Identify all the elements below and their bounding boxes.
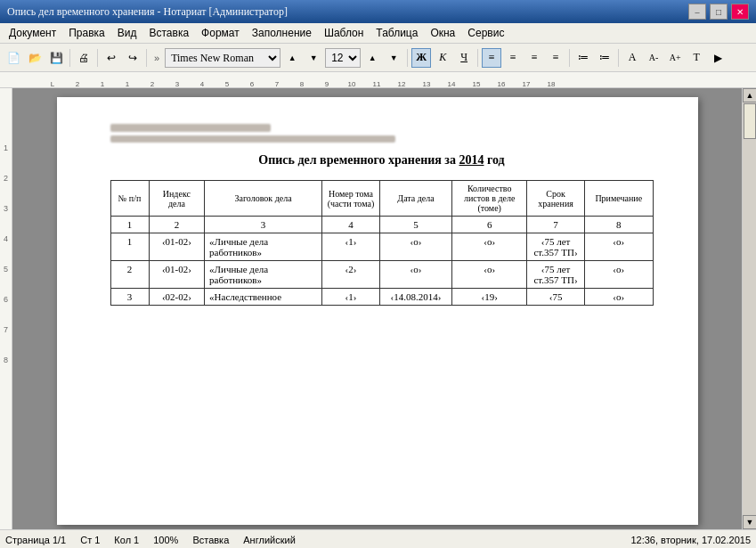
col-vol: Номер тома (части тома) [322, 181, 380, 217]
row2-date: ‹о› [379, 261, 451, 289]
sep2 [97, 49, 98, 67]
align-left-button[interactable]: ≡ [482, 48, 501, 68]
extra-button[interactable]: T [687, 48, 706, 68]
font-size-dec-button[interactable]: A- [644, 48, 663, 68]
font-size-down[interactable]: ▼ [384, 48, 403, 68]
col-title: Заголовок дела [205, 181, 322, 217]
list-button[interactable]: ≔ [573, 48, 593, 68]
title-bar: Опись дел временного хранения - Нотариат… [0, 0, 756, 23]
align-justify-button[interactable]: ≡ [546, 48, 565, 68]
row3-num: 3 [110, 289, 149, 306]
menu-table[interactable]: Таблица [370, 25, 423, 41]
font-color-button[interactable]: A [622, 48, 642, 68]
num-2: 2 [149, 217, 204, 233]
row1-sheets: ‹о› [452, 233, 527, 261]
row1-vol: ‹1› [322, 233, 380, 261]
num-6: 6 [452, 217, 527, 233]
sep3 [146, 49, 147, 67]
num-3: 3 [205, 217, 322, 233]
document-page: Опись дел временного хранения за 2014 го… [57, 97, 698, 525]
open-button[interactable]: 📂 [25, 48, 45, 68]
menu-fill[interactable]: Заполнение [247, 25, 317, 41]
scroll-up-button[interactable]: ▲ [743, 88, 756, 102]
col-info: Кол 1 [114, 535, 139, 545]
num-4: 4 [322, 217, 380, 233]
underline-button[interactable]: Ч [454, 48, 474, 68]
new-button[interactable]: 📄 [4, 48, 23, 68]
row1-title: «Личные дела работников» [205, 233, 322, 261]
bold-button[interactable]: Ж [411, 48, 431, 68]
maximize-button[interactable]: □ [710, 4, 728, 20]
ruler-marks: L 2 1 1 2 3 4 5 6 7 8 9 10 11 12 13 14 1… [0, 72, 564, 88]
status-right: 12:36, вторник, 17.02.2015 [630, 535, 751, 545]
menu-edit[interactable]: Правка [63, 25, 110, 41]
align-right-button[interactable]: ≡ [524, 48, 544, 68]
row3-date: ‹14.08.2014› [379, 289, 451, 306]
row-info: Ст 1 [80, 535, 100, 545]
row1-date: ‹о› [379, 233, 451, 261]
save-button[interactable]: 💾 [46, 48, 66, 68]
blurred-line-1 [110, 124, 271, 132]
datetime: 12:36, вторник, 17.02.2015 [630, 535, 751, 545]
table-row: 2 ‹01-02› «Личные дела работников» ‹2› ‹… [110, 261, 653, 289]
sep4 [407, 49, 408, 67]
year-underlined: 2014 [459, 153, 484, 167]
sep7 [618, 49, 619, 67]
font-name-select[interactable]: Times New Roman Arial [165, 48, 280, 68]
left-ruler: 1 2 3 4 5 6 7 8 [0, 88, 12, 529]
scroll-track[interactable] [743, 102, 756, 515]
menu-windows[interactable]: Окна [425, 25, 460, 41]
language: Английский [243, 535, 296, 545]
menu-insert[interactable]: Вставка [144, 25, 195, 41]
row2-title: «Личные дела работников» [205, 261, 322, 289]
italic-button[interactable]: К [433, 48, 452, 68]
minimize-button[interactable]: – [688, 4, 706, 20]
menu-service[interactable]: Сервис [462, 25, 509, 41]
font-size-up[interactable]: ▲ [362, 48, 382, 68]
row3-index: ‹02-02› [149, 289, 204, 306]
align-center-button[interactable]: ≡ [503, 48, 523, 68]
document-container[interactable]: Опись дел временного хранения за 2014 го… [12, 88, 742, 529]
row2-period: ‹75 лет ст.357 ТП› [527, 261, 585, 289]
row3-title: «Наследственное [205, 289, 322, 306]
title-end: год [484, 153, 504, 167]
page-info: Страница 1/1 [5, 535, 66, 545]
col-index: Индекс дела [149, 181, 204, 217]
scroll-down-button[interactable]: ▼ [743, 515, 756, 529]
window-controls: – □ ✕ [688, 4, 749, 20]
font-name-down[interactable]: ▼ [304, 48, 323, 68]
row1-num: 1 [110, 233, 149, 261]
row3-notes: ‹о› [584, 289, 653, 306]
toolbar: 📄 📂 💾 🖨 ↩ ↪ » Times New Roman Arial ▲ ▼ … [0, 44, 756, 72]
print-button[interactable]: 🖨 [74, 48, 93, 68]
toolbar-extra[interactable]: ▶ [708, 48, 728, 68]
font-size-select[interactable]: 12 10 14 [325, 48, 361, 68]
row2-sheets: ‹о› [452, 261, 527, 289]
blurred-line-2 [110, 135, 395, 143]
col-date: Дата дела [379, 181, 451, 217]
font-name-up[interactable]: ▲ [282, 48, 302, 68]
menu-view[interactable]: Вид [112, 25, 142, 41]
redo-button[interactable]: ↪ [123, 48, 142, 68]
menu-template[interactable]: Шаблон [319, 25, 369, 41]
scroll-thumb[interactable] [744, 103, 756, 139]
close-button[interactable]: ✕ [731, 4, 749, 20]
vertical-scrollbar[interactable]: ▲ ▼ [742, 88, 756, 529]
menu-document[interactable]: Документ [4, 25, 61, 41]
sep6 [569, 49, 570, 67]
font-arrow: » [150, 53, 163, 63]
undo-button[interactable]: ↩ [102, 48, 121, 68]
font-size-inc-button[interactable]: A+ [665, 48, 685, 68]
zoom-level: 100% [153, 535, 178, 545]
row2-index: ‹01-02› [149, 261, 204, 289]
header-blurred [110, 124, 654, 143]
menu-format[interactable]: Формат [196, 25, 245, 41]
document-title: Опись дел временного хранения за 2014 го… [110, 153, 654, 168]
status-left: Страница 1/1 Ст 1 Кол 1 100% Вставка Анг… [5, 535, 296, 545]
ruler: L 2 1 1 2 3 4 5 6 7 8 9 10 11 12 13 14 1… [0, 72, 756, 88]
main-table: № п/п Индекс дела Заголовок дела Номер т… [110, 180, 654, 306]
row1-index: ‹01-02› [149, 233, 204, 261]
table-header-row: № п/п Индекс дела Заголовок дела Номер т… [110, 181, 653, 217]
table-row: 3 ‹02-02› «Наследственное ‹1› ‹14.08.201… [110, 289, 653, 306]
num-list-button[interactable]: ≔ [595, 48, 614, 68]
